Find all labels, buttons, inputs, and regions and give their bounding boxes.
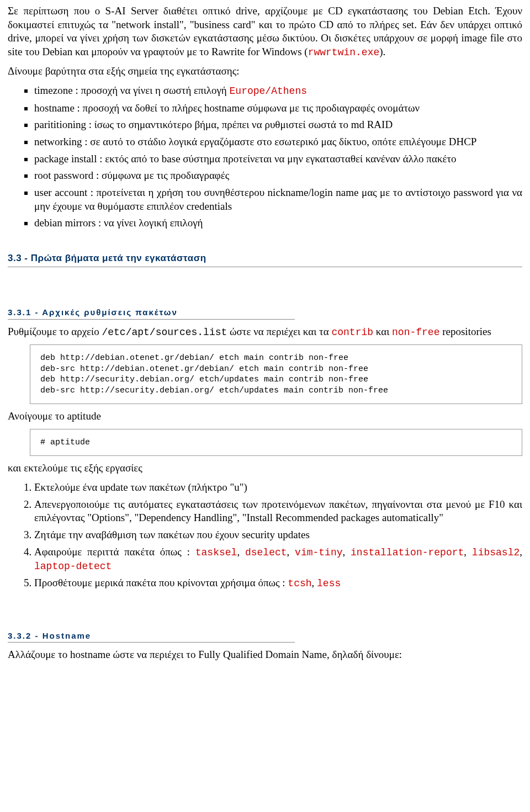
list-item: hostname : προσοχή να δοθεί το πλήρες ho… [34,102,522,115]
sep: , [464,546,472,558]
pkg: dselect [245,547,287,558]
install-points-intro: Δίνουμε βαρύτητα στα εξής σημεία της εγκ… [8,65,522,78]
list-item: debian mirrors : να γίνει λογική επιλογή [34,216,522,230]
text: Αφαιρούμε περιττά πακέτα όπως : [34,546,195,558]
sources-list-code: deb http://debian.otenet.gr/debian/ etch… [30,344,522,404]
code-timezone: Europe/Athens [230,86,307,97]
sources-list-paragraph: Ρυθμίζουμε το αρχείο /etc/apt/sources.li… [8,325,522,339]
list-item: Αφαιρούμε περιττά πακέτα όπως : tasksel,… [34,545,522,574]
list-item: Προσθέτουμε μερικά πακέτα που κρίνονται … [34,576,522,590]
section-3-3-heading: 3.3 - Πρώτα βήματα μετά την εγκατάσταση [8,252,522,267]
section-3-3-1-heading: 3.3.1 - Αρχικές ρυθμίσεις πακέτων [8,307,295,320]
text: Προσθέτουμε μερικά πακέτα που κρίνονται … [34,577,288,588]
section-3-3-2-heading: 3.3.2 - Hostname [8,630,295,643]
list-item: Ζητάμε την αναβάθμιση των πακέτων που έχ… [34,528,522,542]
pkg: less [317,578,341,589]
pkg: tcsh [288,578,311,589]
sep: , [287,546,295,558]
intro-paragraph: Σε περίπτωση που ο S-AI Server διαθέτει … [8,4,522,59]
code-contrib: contrib [331,327,373,338]
list-item: Απενεργοποιούμε τις αυτόματες εγκαταστάσ… [34,498,522,525]
sep: , [312,577,317,588]
text: ). [379,46,385,57]
text: repositories [439,326,491,337]
text: ώστε να περιέχει και τα [227,326,331,337]
pkg: installation-report [351,547,464,558]
list-item: package install : εκτός από το base σύστ… [34,152,522,166]
pkg: vim-tiny [295,547,342,558]
text: Ρυθμίζουμε το αρχείο [8,326,102,337]
sep: , [237,546,245,558]
pkg: laptop-detect [34,561,112,572]
tasks-ordered-list: Εκτελούμε ένα update των πακέτων (πλήκτρ… [8,481,522,591]
code-nonfree: non-free [392,327,439,338]
tasks-intro-paragraph: και εκτελούμε τις εξής εργασίες [8,461,522,475]
code-rwwrtwin: rwwrtwin.exe [308,47,380,58]
list-item: parititioning : ίσως το σημαντικότερο βή… [34,118,522,132]
aptitude-command-code: # aptitude [30,429,522,457]
list-item: root password : σύμφωνα με τις προδιαγρα… [34,169,522,183]
pkg: tasksel [195,547,237,558]
list-item: Εκτελούμε ένα update των πακέτων (πλήκτρ… [34,481,522,495]
hostname-paragraph: Αλλάζουμε το hostname ώστε να περιέχει τ… [8,648,522,662]
list-item: user account : προτείνεται η χρήση του σ… [34,186,522,213]
list-item: networking : σε αυτό το στάδιο λογικά ερ… [34,135,522,149]
text: Σε περίπτωση που ο S-AI Server διαθέτει … [8,5,522,57]
sep: , [520,546,522,558]
text: timezone : προσοχή να γίνει η σωστή επιλ… [34,84,230,96]
pkg: libsasl2 [472,547,520,558]
sep: , [343,546,351,558]
code-sources-path: /etc/apt/sources.list [102,327,227,338]
list-item: timezone : προσοχή να γίνει η σωστή επιλ… [34,84,522,98]
install-points-list: timezone : προσοχή να γίνει η σωστή επιλ… [8,84,522,230]
open-aptitude-paragraph: Ανοίγουμε το aptitude [8,410,522,423]
text: και [373,326,392,337]
